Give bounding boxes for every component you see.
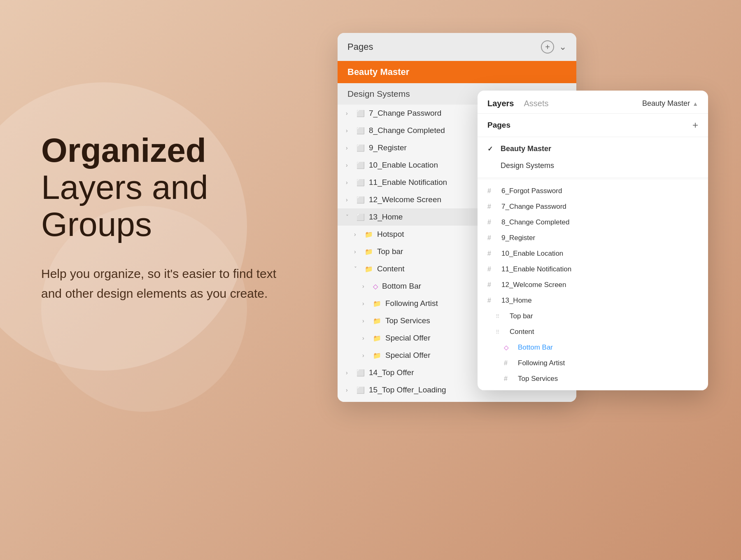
- chevron-icon: ›: [354, 231, 361, 238]
- hash-icon: #: [487, 281, 496, 289]
- hash-icon: #: [504, 375, 512, 383]
- page-item-beauty-master[interactable]: ✓ Beauty Master: [478, 140, 708, 157]
- layer-item-label: 9_Register: [501, 234, 698, 242]
- layers-panel-item[interactable]: # 12_Welcome Screen: [478, 277, 708, 293]
- page-item-design-systems[interactable]: Design Systems: [478, 157, 708, 174]
- collapse-icon[interactable]: ⌄: [559, 42, 566, 52]
- grid-icon: ⠿: [496, 329, 504, 335]
- checkmark-icon: ✓: [487, 145, 496, 153]
- hash-icon: #: [487, 219, 496, 226]
- folder-icon: 📁: [365, 231, 373, 238]
- frame-icon: ⬜: [357, 196, 365, 204]
- layer-item-label: 8_Change Completed: [501, 218, 698, 226]
- layers-panel-page-title: Beauty Master ▲: [642, 99, 698, 108]
- layers-panel-item[interactable]: # 10_Enable Location: [478, 246, 708, 261]
- pages-panel-header: Pages + ⌄: [338, 33, 576, 61]
- layers-panel-item-top-services[interactable]: # Top Services: [478, 371, 708, 387]
- page-title-label: Beauty Master: [642, 99, 690, 108]
- frame-icon: ⬜: [357, 110, 365, 117]
- frame-icon: ⬜: [357, 127, 365, 135]
- layers-panel-item[interactable]: # 6_Forgot Password: [478, 183, 708, 199]
- hash-icon: #: [504, 359, 512, 367]
- layer-item-label: 6_Forgot Password: [501, 187, 698, 195]
- frame-icon: ⬜: [357, 213, 365, 221]
- page-label: Beauty Master: [501, 145, 551, 153]
- layer-item-label: Top Services: [518, 375, 698, 383]
- heading-bold: Organized: [41, 132, 321, 169]
- layer-item-label: 10_Enable Location: [501, 250, 698, 258]
- chevron-icon: ›: [362, 317, 369, 324]
- layers-panel-item[interactable]: # 11_Enable Notification: [478, 261, 708, 277]
- chevron-icon: ›: [346, 110, 352, 117]
- layer-item-label: 12_Welcome Screen: [501, 281, 698, 289]
- tab-layers[interactable]: Layers: [487, 99, 514, 108]
- inactive-page-label: Design Systems: [347, 89, 410, 98]
- add-page-button[interactable]: +: [692, 119, 698, 131]
- pages-panel-title: Pages: [347, 42, 373, 52]
- add-page-icon[interactable]: +: [541, 40, 554, 54]
- folder-icon: 📁: [373, 300, 381, 308]
- pages-panel-header-icons: + ⌄: [541, 40, 566, 54]
- folder-icon: 📁: [373, 352, 381, 359]
- layers-panel-item-13-home[interactable]: # 13_Home: [478, 293, 708, 308]
- frame-icon: ⬜: [357, 369, 365, 377]
- hash-icon: #: [487, 297, 496, 304]
- layer-item-label: Content: [510, 328, 698, 336]
- description: Help you organize, so it's easier to fin…: [41, 264, 321, 303]
- layers-panel-item[interactable]: # 7_Change Password: [478, 199, 708, 215]
- chevron-icon: ›: [346, 162, 352, 168]
- layers-panel-pages-section-title: Pages: [487, 121, 510, 130]
- chevron-icon: ›: [346, 196, 352, 203]
- chevron-icon: ›: [362, 300, 369, 307]
- pages-list: ✓ Beauty Master Design Systems: [478, 137, 708, 178]
- layers-panel-item-following-artist[interactable]: # Following Artist: [478, 355, 708, 371]
- left-content: Organized Layers and Groups Help you org…: [41, 132, 321, 303]
- diamond-icon: ◇: [373, 282, 378, 290]
- frame-icon: ⬜: [357, 144, 365, 152]
- layer-item-label: Top bar: [510, 312, 698, 320]
- layers-panel-item-topbar[interactable]: ⠿ Top bar: [478, 308, 708, 324]
- hash-icon: #: [487, 187, 496, 195]
- heading-normal: Layers and Groups: [41, 169, 321, 243]
- grid-icon: ⠿: [496, 313, 504, 320]
- chevron-icon: ›: [362, 352, 369, 359]
- folder-icon: 📁: [373, 334, 381, 342]
- layer-item-label: Bottom Bar: [518, 343, 698, 352]
- hash-icon: #: [487, 203, 496, 210]
- tab-assets[interactable]: Assets: [524, 99, 549, 108]
- active-page-item[interactable]: Beauty Master: [338, 61, 576, 83]
- chevron-icon: ›: [354, 248, 361, 255]
- chevron-open-icon: ˅: [354, 266, 361, 272]
- layers-panel-pages-header: Pages +: [478, 114, 708, 137]
- chevron-icon: ›: [346, 387, 352, 393]
- page-label: Design Systems: [501, 161, 554, 170]
- folder-icon: 📁: [365, 248, 373, 256]
- chevron-icon: ›: [346, 369, 352, 376]
- frame-icon: ⬜: [357, 161, 365, 169]
- frame-icon: ⬜: [357, 179, 365, 187]
- layers-panel-item[interactable]: # 9_Register: [478, 230, 708, 246]
- layers-panel-header: Layers Assets Beauty Master ▲: [478, 91, 708, 114]
- chevron-icon: ›: [346, 145, 352, 151]
- layers-section: # 6_Forgot Password # 7_Change Password …: [478, 180, 708, 390]
- hash-icon: #: [487, 266, 496, 273]
- chevron-icon: ›: [362, 283, 369, 289]
- active-page-label: Beauty Master: [347, 67, 409, 77]
- layers-panel-item-bottombar[interactable]: ◇ Bottom Bar: [478, 340, 708, 355]
- panels-container: Pages + ⌄ Beauty Master Design Systems ›…: [338, 33, 708, 527]
- folder-icon: 📁: [373, 317, 381, 325]
- chevron-open-icon: ˅: [346, 214, 352, 220]
- chevron-icon: ›: [346, 179, 352, 186]
- hash-icon: #: [487, 234, 496, 242]
- layer-item-label: 11_Enable Notification: [501, 265, 698, 273]
- layers-panel: Layers Assets Beauty Master ▲ Pages + ✓ …: [478, 91, 708, 390]
- chevron-icon: ›: [346, 127, 352, 134]
- chevron-up-icon: ▲: [692, 100, 698, 107]
- layer-item-label: Following Artist: [518, 359, 698, 367]
- frame-icon: ⬜: [357, 386, 365, 394]
- layer-item-label: 7_Change Password: [501, 203, 698, 211]
- layers-panel-item-content[interactable]: ⠿ Content: [478, 324, 708, 340]
- hash-icon: #: [487, 250, 496, 257]
- layers-panel-item[interactable]: # 8_Change Completed: [478, 215, 708, 230]
- layer-item-label: 13_Home: [501, 296, 698, 305]
